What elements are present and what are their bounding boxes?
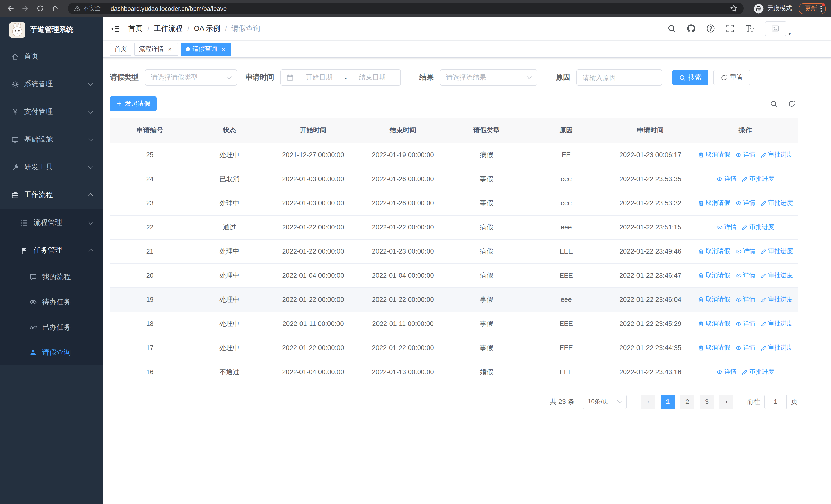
main-area: 首页/工作流程/OA 示例/请假查询 ▾ 首页流程详情×请假查询× 请假类型 请… (103, 17, 831, 504)
collapse-sidebar-icon[interactable] (111, 24, 120, 33)
sidebar-item-system-mgmt[interactable]: 系统管理 (0, 70, 103, 98)
prev-page-button[interactable]: ‹ (641, 394, 656, 409)
op-cancel-link[interactable]: 取消请假 (698, 247, 730, 256)
question-icon[interactable] (706, 24, 715, 33)
table-row: 17处理中2022-01-22 00:00:002022-01-22 00:00… (110, 336, 798, 360)
op-progress-link[interactable]: 审批进度 (761, 343, 793, 352)
breadcrumb-item[interactable]: 首页 (128, 24, 143, 33)
sidebar-item-dev-tools[interactable]: 研发工具 (0, 153, 103, 181)
toggle-search-icon[interactable] (770, 100, 778, 108)
trash-icon (698, 321, 704, 327)
op-detail-link[interactable]: 详情 (735, 150, 755, 159)
github-icon[interactable] (687, 24, 695, 33)
browser-forward-icon[interactable] (20, 3, 30, 13)
avatar-image (765, 21, 786, 36)
close-tab-icon[interactable]: × (220, 46, 227, 53)
browser-update-button[interactable]: 更新 (799, 3, 826, 14)
cell-ops: 取消请假详情审批进度 (693, 288, 798, 312)
op-detail-link[interactable]: 详情 (717, 223, 737, 232)
sidebar-menu: 首页系统管理支付管理基础设施研发工具工作流程流程管理任务管理我的流程待办任务已办… (0, 42, 103, 365)
sidebar-item-done-task[interactable]: 已办任务 (0, 315, 103, 340)
goto-page-input[interactable] (764, 394, 787, 409)
op-cancel-link[interactable]: 取消请假 (698, 295, 730, 304)
sidebar-item-home[interactable]: 首页 (0, 42, 103, 70)
sidebar-item-workflow[interactable]: 工作流程 (0, 181, 103, 209)
page-content: 请假类型 请选择请假类型 申请时间 开始日期 - 结束日期 结果 请选择流结果 (103, 58, 831, 504)
op-progress-link[interactable]: 审批进度 (761, 319, 793, 328)
close-tab-icon[interactable]: × (166, 46, 173, 53)
tab-leave-query[interactable]: 请假查询× (181, 42, 231, 56)
breadcrumb-item[interactable]: 工作流程 (154, 24, 183, 33)
apply-time-range-picker[interactable]: 开始日期 - 结束日期 (280, 69, 401, 86)
sidebar-item-payment-mgmt[interactable]: 支付管理 (0, 98, 103, 126)
sidebar-item-leave-query[interactable]: 请假查询 (0, 340, 103, 365)
op-progress-link[interactable]: 审批进度 (761, 247, 793, 256)
tab-home[interactable]: 首页 (110, 42, 132, 56)
browser-back-icon[interactable] (5, 3, 16, 13)
op-detail-link[interactable]: 详情 (717, 175, 737, 183)
chevron-down-icon (617, 398, 622, 403)
sidebar-item-task-mgmt[interactable]: 任务管理 (0, 237, 103, 264)
browser-reload-icon[interactable] (35, 3, 45, 13)
op-cancel-link[interactable]: 取消请假 (698, 343, 730, 352)
op-detail-link[interactable]: 详情 (735, 319, 755, 328)
bookmark-star-icon[interactable] (730, 5, 738, 12)
browser-home-icon[interactable] (50, 3, 60, 13)
cell-reason: EEE (524, 336, 608, 360)
page-button-2[interactable]: 2 (680, 394, 694, 409)
op-detail-link[interactable]: 详情 (735, 271, 755, 280)
reason-input[interactable] (576, 69, 662, 86)
chevron-down-icon (227, 74, 232, 79)
page-size-select[interactable]: 10条/页 (582, 394, 627, 409)
refresh-table-icon[interactable] (788, 100, 796, 108)
fullscreen-icon[interactable] (726, 24, 735, 33)
op-progress-link[interactable]: 审批进度 (761, 150, 793, 159)
sidebar-item-process-mgmt[interactable]: 流程管理 (0, 209, 103, 237)
search-button[interactable]: 搜索 (672, 70, 708, 85)
cell-apply_time: 2022-01-22 23:43:16 (608, 360, 693, 384)
table-row: 21处理中2022-01-22 00:00:002022-01-23 00:00… (110, 239, 798, 263)
op-detail-link[interactable]: 详情 (717, 367, 737, 376)
eye-icon (717, 176, 723, 182)
column-header: 状态 (190, 118, 269, 143)
browser-menu-icon[interactable] (820, 5, 822, 12)
sidebar-item-my-process[interactable]: 我的流程 (0, 264, 103, 290)
tab-label: 首页 (114, 45, 127, 53)
user-avatar[interactable]: ▾ (765, 21, 791, 36)
result-select[interactable]: 请选择流结果 (440, 69, 537, 86)
search-icon[interactable] (667, 24, 676, 33)
breadcrumb-separator: / (188, 24, 190, 33)
breadcrumb-item[interactable]: OA 示例 (194, 24, 221, 33)
op-cancel-link[interactable]: 取消请假 (698, 271, 730, 280)
op-progress-link[interactable]: 审批进度 (761, 295, 793, 304)
app-logo[interactable]: 芋道管理系统 (0, 17, 103, 42)
reset-button[interactable]: 重置 (713, 70, 750, 85)
op-progress-link[interactable]: 审批进度 (742, 175, 774, 183)
fontsize-icon[interactable] (745, 24, 754, 33)
op-progress-link[interactable]: 审批进度 (742, 367, 774, 376)
address-bar[interactable]: 不安全 dashboard.yudao.iocoder.cn/bpm/oa/le… (68, 3, 744, 14)
chat-icon (29, 273, 37, 281)
sidebar-item-todo-task[interactable]: 待办任务 (0, 290, 103, 315)
top-navbar: 首页/工作流程/OA 示例/请假查询 ▾ (103, 17, 831, 40)
op-cancel-link[interactable]: 取消请假 (698, 199, 730, 207)
op-detail-link[interactable]: 详情 (735, 247, 755, 256)
op-detail-link[interactable]: 详情 (735, 295, 755, 304)
incognito-icon (753, 3, 764, 13)
page-button-1[interactable]: 1 (661, 394, 675, 409)
sidebar-item-infrastructure[interactable]: 基础设施 (0, 126, 103, 153)
security-chip[interactable]: 不安全 (74, 5, 101, 12)
op-detail-link[interactable]: 详情 (735, 343, 755, 352)
op-progress-link[interactable]: 审批进度 (761, 199, 793, 207)
op-progress-link[interactable]: 审批进度 (761, 271, 793, 280)
op-cancel-link[interactable]: 取消请假 (698, 319, 730, 328)
cell-id: 25 (110, 143, 190, 167)
tab-process-detail[interactable]: 流程详情× (135, 42, 178, 56)
op-detail-link[interactable]: 详情 (735, 199, 755, 207)
leave-type-select[interactable]: 请选择请假类型 (145, 69, 237, 86)
create-leave-button[interactable]: 发起请假 (110, 96, 156, 111)
op-progress-link[interactable]: 审批进度 (742, 223, 774, 232)
page-button-3[interactable]: 3 (699, 394, 714, 409)
op-cancel-link[interactable]: 取消请假 (698, 150, 730, 159)
next-page-button[interactable]: › (719, 394, 734, 409)
